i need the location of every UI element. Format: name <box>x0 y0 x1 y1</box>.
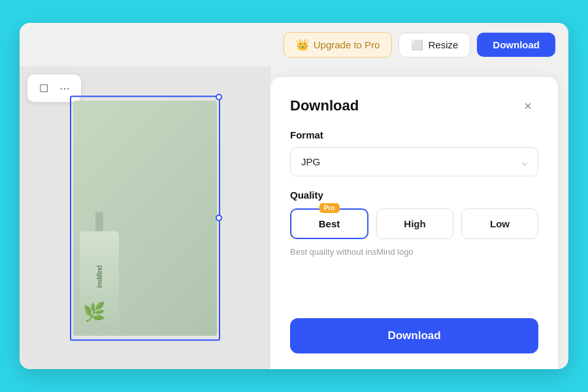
quality-high-button[interactable]: High <box>376 208 453 239</box>
quality-low-button[interactable]: Low <box>461 208 538 239</box>
canvas-toolbar: ☐ ⋯ <box>27 74 81 102</box>
download-button-main[interactable]: Download <box>290 318 538 353</box>
quality-best-button[interactable]: Pro Best <box>290 208 368 239</box>
resize-button[interactable]: ⬜ Resize <box>399 33 470 57</box>
app-container: 👑 Upgrade to Pro ⬜ Resize Download ☐ ⋯ <box>20 23 568 369</box>
top-bar: 👑 Upgrade to Pro ⬜ Resize Download <box>20 23 568 67</box>
format-value: JPG <box>301 156 320 167</box>
upgrade-label: Upgrade to Pro <box>314 39 380 50</box>
more-icon[interactable]: ⋯ <box>56 80 73 97</box>
canvas-image-wrap: insMind 🌿 <box>73 101 217 336</box>
chevron-down-icon: ⌵ <box>522 157 527 167</box>
format-section: Format JPG ⌵ <box>290 129 538 176</box>
bottle-pump <box>95 212 103 231</box>
download-panel: Download × Format JPG ⌵ Quality Pro Best <box>270 77 558 369</box>
panel-header: Download × <box>290 95 538 116</box>
format-dropdown[interactable]: JPG ⌵ <box>290 147 538 176</box>
canvas-area: ☐ ⋯ insMind 🌿 <box>20 67 270 369</box>
handle-top-right[interactable] <box>216 93 222 100</box>
quality-options: Pro Best High Low <box>290 208 538 239</box>
panel-title: Download <box>290 97 359 114</box>
close-button[interactable]: × <box>517 95 538 116</box>
plant-decoration: 🌿 <box>83 301 106 323</box>
crown-icon: 👑 <box>296 39 309 51</box>
crop-icon[interactable]: ☐ <box>35 80 52 97</box>
bottle-label: insMind <box>96 265 103 287</box>
format-label: Format <box>290 129 538 140</box>
quality-label: Quality <box>290 189 538 201</box>
download-button-top[interactable]: Download <box>477 33 555 57</box>
pro-badge: Pro <box>319 203 340 213</box>
resize-label: Resize <box>428 39 458 50</box>
canvas-image: insMind 🌿 <box>73 101 217 336</box>
upgrade-to-pro-button[interactable]: 👑 Upgrade to Pro <box>284 32 393 57</box>
quality-section: Quality Pro Best High Low Best quality w… <box>290 189 538 257</box>
main-area: ☐ ⋯ insMind 🌿 <box>20 67 568 369</box>
bottle-container: insMind 🌿 <box>80 231 119 323</box>
quality-hint: Best quality without insMind logo <box>290 247 538 257</box>
resize-icon: ⬜ <box>411 39 423 51</box>
